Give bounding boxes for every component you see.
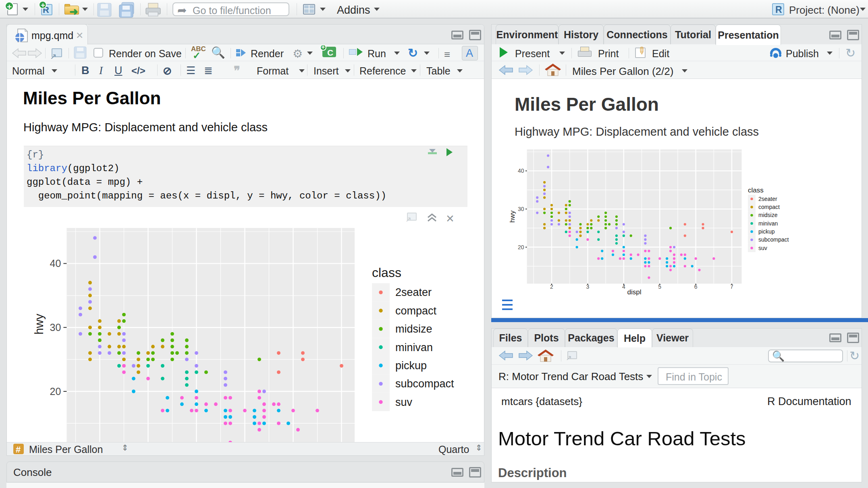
svg-text:midsize: midsize [395, 323, 432, 335]
svg-text:5: 5 [658, 283, 661, 290]
svg-text:minivan: minivan [758, 220, 778, 227]
svg-text:class: class [372, 265, 401, 280]
svg-text:subcompact: subcompact [395, 378, 454, 390]
svg-text:2: 2 [550, 283, 553, 290]
svg-text:class: class [748, 186, 764, 194]
svg-text:subcompact: subcompact [758, 236, 789, 243]
svg-text:midsize: midsize [758, 212, 778, 218]
svg-text:compact: compact [758, 204, 780, 210]
svg-text:hwy: hwy [509, 210, 516, 223]
svg-text:20: 20 [50, 386, 61, 397]
svg-text:pickup: pickup [395, 360, 427, 372]
svg-text:30: 30 [50, 322, 61, 333]
svg-text:displ: displ [627, 288, 642, 296]
svg-text:30: 30 [518, 206, 524, 212]
svg-text:hwy: hwy [33, 314, 46, 335]
svg-text:minivan: minivan [395, 341, 433, 354]
svg-text:40: 40 [50, 258, 61, 269]
svg-text:7: 7 [730, 283, 733, 290]
svg-text:2seater: 2seater [395, 286, 432, 298]
svg-text:3: 3 [586, 283, 590, 290]
svg-text:6: 6 [694, 283, 698, 290]
svg-text:20: 20 [518, 244, 524, 250]
svg-text:4: 4 [622, 283, 625, 290]
svg-text:compact: compact [395, 305, 437, 317]
svg-text:suv: suv [395, 396, 413, 408]
svg-text:pickup: pickup [758, 228, 775, 235]
svg-text:2seater: 2seater [758, 196, 777, 202]
svg-text:suv: suv [758, 245, 767, 251]
svg-text:40: 40 [518, 167, 524, 174]
